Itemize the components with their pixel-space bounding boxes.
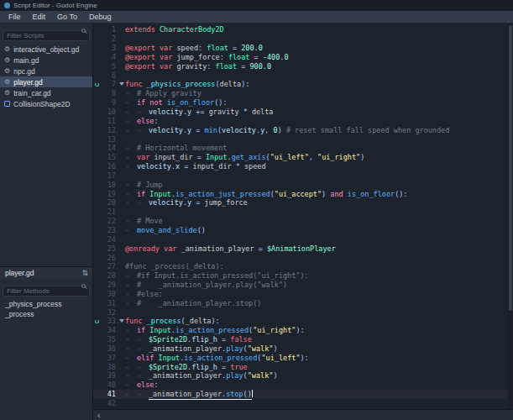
code-line-25: 25@onready var _animation_player = $Anim…: [93, 244, 513, 253]
code-text: »else:: [125, 117, 159, 125]
tab-indent-marker: »: [125, 390, 137, 398]
script-item-interactive-object-gd[interactable]: ⚙interactive_object.gd: [0, 44, 92, 55]
code-line-40: 40»else:: [93, 381, 513, 390]
script-item-collisionshape2d[interactable]: CollisionShape2D: [0, 98, 92, 109]
code-editor[interactable]: 1extends CharacterBody2D23@export var sp…: [93, 24, 513, 409]
override-indicator-icon: [95, 319, 99, 323]
filter-methods-wrap: [3, 281, 90, 297]
line-number: 14: [101, 144, 118, 152]
override-indicator-icon: [95, 82, 99, 87]
scrollbar-grabber[interactable]: [509, 25, 512, 311]
menu-file[interactable]: File: [3, 13, 27, 21]
code-line-24: 24: [93, 234, 513, 244]
code-text: »»_animation_player.stop(): [125, 390, 253, 398]
code-text: #func _process(_delta):: [125, 262, 224, 270]
menu-bar: FileEditGo ToDebug: [0, 11, 513, 24]
code-line-39: 39»»_animation_player.play("walk"): [93, 371, 513, 381]
tab-indent-marker: »: [125, 271, 137, 280]
line-number: 34: [101, 326, 118, 334]
code-text: »move_and_slide(): [125, 226, 206, 234]
script-name: interactive_object.gd: [13, 45, 79, 54]
code-line-12: 12»»velocity.y = min(velocity.y, 0) # re…: [93, 125, 513, 134]
tab-indent-marker: »: [125, 144, 137, 152]
tab-indent-marker: »: [125, 217, 137, 225]
tab-indent-marker: »: [125, 153, 137, 161]
tab-indent-marker: »: [137, 108, 149, 116]
sort-methods-icon[interactable]: ⇅: [81, 270, 88, 277]
code-line-22: 22»# Move: [93, 217, 513, 226]
scripts-list: ⚙interactive_object.gd⚙main.gd⚙npc.gd⚙pl…: [0, 44, 92, 109]
code-line-3: 3@export var speed: float = 200.0: [93, 44, 513, 53]
script-editor: 1extends CharacterBody2D23@export var sp…: [93, 24, 513, 420]
line-number: 25: [101, 244, 118, 253]
code-line-1: 1extends CharacterBody2D: [93, 25, 513, 34]
tab-indent-marker: »: [125, 126, 137, 134]
code-line-16: 16»velocity.x = input_dir * speed: [93, 162, 513, 171]
line-number: 17: [101, 171, 118, 180]
code-text: »elif Input.is_action_pressed("ui_left")…: [125, 354, 309, 362]
menu-debug[interactable]: Debug: [83, 13, 118, 21]
code-text: »velocity.x = input_dir * speed: [125, 162, 266, 171]
code-text: »if Input.is_action_just_pressed("ui_acc…: [125, 190, 407, 198]
code-line-30: 30»#else:: [93, 289, 513, 298]
script-item-main-gd[interactable]: ⚙main.gd: [0, 55, 92, 66]
code-text: func _physics_process(delta):: [125, 80, 249, 88]
code-text: »else:: [125, 381, 159, 389]
code-text: »»_animation_player.play("walk"): [125, 371, 278, 380]
script-item-npc-gd[interactable]: ⚙npc.gd: [0, 66, 92, 76]
filter-methods-input[interactable]: [3, 286, 90, 297]
code-line-26: 26: [93, 253, 513, 262]
tab-indent-marker: »: [125, 354, 137, 362]
editor-scrollbar[interactable]: [508, 24, 513, 409]
line-number: 16: [101, 162, 118, 171]
tab-indent-marker: »: [125, 335, 137, 344]
code-text: »if Input.is_action_pressed("ui_right"):: [125, 326, 305, 334]
fold-toggle-icon[interactable]: [119, 319, 124, 323]
line-number: 23: [101, 226, 118, 234]
code-line-11: 11»else:: [93, 116, 513, 125]
collapse-scripts-panel-button[interactable]: ‹: [97, 411, 101, 420]
fold-toggle-icon[interactable]: [119, 82, 124, 86]
line-number: 21: [101, 207, 118, 216]
tab-indent-marker: »: [137, 126, 149, 134]
line-number: 27: [101, 262, 118, 270]
menu-go-to[interactable]: Go To: [51, 13, 83, 21]
filter-scripts-input[interactable]: [3, 30, 90, 41]
line-number: 42: [101, 399, 118, 407]
line-number: 8: [101, 89, 118, 97]
line-number: 32: [101, 308, 118, 317]
line-number: 15: [101, 153, 118, 161]
code-line-14: 14»# Horizontal movement: [93, 144, 513, 153]
line-number: 41: [101, 390, 118, 398]
code-text: »var input_dir = Input.get_axis("ui_left…: [125, 153, 364, 161]
script-name: main.gd: [13, 56, 39, 65]
code-line-38: 38»»$Sprite2D.flip_h = true: [93, 362, 513, 371]
sidebar: ⚙interactive_object.gd⚙main.gd⚙npc.gd⚙pl…: [0, 24, 93, 420]
code-line-17: 17: [93, 171, 513, 181]
script-name: player.gd: [13, 78, 43, 87]
tab-indent-marker: »: [137, 344, 149, 353]
menu-edit[interactable]: Edit: [27, 13, 52, 21]
line-number: 39: [101, 371, 118, 380]
code-line-5: 5@export var gravity: float = 900.0: [93, 61, 513, 71]
line-number: 35: [101, 335, 118, 344]
line-number: 9: [101, 98, 118, 107]
method-item-physics-process[interactable]: _physics_process: [0, 299, 92, 309]
line-number: 19: [101, 190, 118, 198]
code-line-29: 29»# _animation_player.play("walk"): [93, 281, 513, 290]
script-item-player-gd[interactable]: ⚙player.gd: [0, 76, 92, 87]
tab-indent-marker: »: [125, 363, 137, 371]
line-number: 10: [101, 108, 118, 116]
code-line-33: 33func _process(_delta):: [93, 317, 513, 326]
methods-panel: player.gd ⇅ _physics_process_process: [0, 266, 92, 420]
tab-indent-marker: »: [137, 371, 149, 380]
code-text: @export var speed: float = 200.0: [125, 44, 263, 52]
code-line-31: 31»# _animation_player.stop(): [93, 298, 513, 307]
tab-indent-marker: »: [137, 335, 149, 344]
gdscript-icon: ⚙: [4, 57, 10, 64]
method-item-process[interactable]: _process: [0, 309, 92, 319]
line-number: 36: [101, 344, 118, 353]
script-item-train-car-gd[interactable]: ⚙train_car.gd: [0, 87, 92, 98]
title-bar: Script Editor - Godot Engine: [0, 0, 513, 11]
code-line-18: 18»# Jump: [93, 180, 513, 189]
